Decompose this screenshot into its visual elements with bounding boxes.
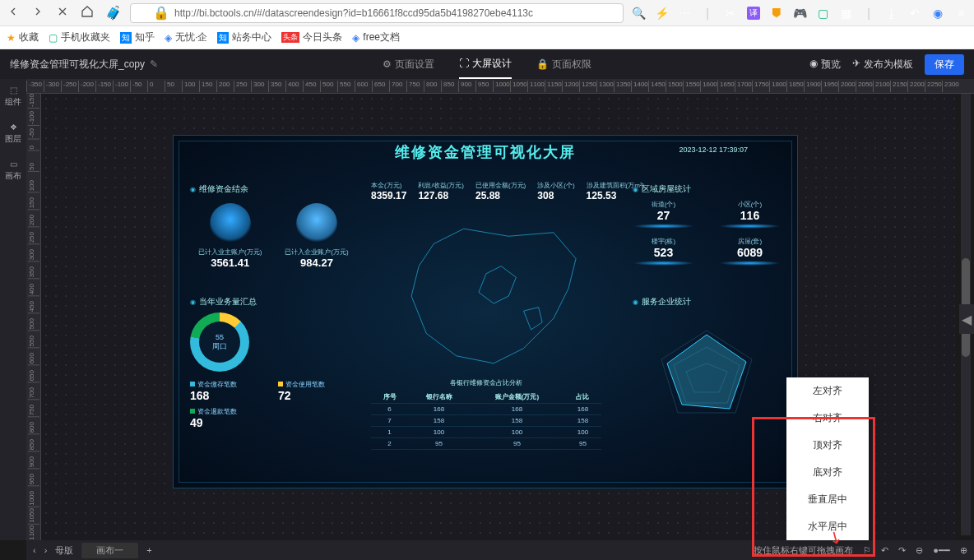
- grid-icon[interactable]: ▦: [839, 7, 852, 20]
- fund-owner: 已计入业主账户(万元) 3561.41: [198, 203, 262, 269]
- zoom-in-icon[interactable]: ⊕: [960, 545, 967, 556]
- search-icon[interactable]: 🔍: [632, 7, 645, 20]
- biz-stat: 资金缴存笔数168: [190, 380, 267, 402]
- section-heading: 服务企业统计: [633, 296, 781, 308]
- bookmark-zhihu[interactable]: 知知乎: [120, 30, 155, 44]
- browser-toolbar: 🧳 ⊕ 🔒 🔍 ⚡ ⋯ | ✂ 译 ⛊ 🎮 ▢ ▦ | ⭳ ↶ ◉ ≡: [0, 0, 974, 26]
- context-menu: 左对齐右对齐顶对齐底对齐垂直居中水平居中: [786, 377, 869, 540]
- edit-icon[interactable]: ✎: [150, 58, 158, 70]
- home-icon[interactable]: [81, 5, 94, 21]
- table-header: 银行名称: [408, 391, 470, 404]
- tool-canvas[interactable]: ▭画布: [5, 160, 21, 182]
- more-icon[interactable]: ⋯: [678, 7, 691, 20]
- context-menu-item[interactable]: 顶对齐: [786, 432, 869, 459]
- prev-icon[interactable]: ‹: [33, 545, 36, 555]
- table-header: 占比: [564, 391, 601, 404]
- flag-icon[interactable]: ⚐: [863, 545, 871, 556]
- zoom-slider[interactable]: ●━━: [933, 545, 950, 556]
- bookmark-wuyou[interactable]: ◈无忧·企: [165, 30, 207, 44]
- preview-button[interactable]: ◉预览: [809, 58, 841, 72]
- canvas-icon: ▭: [10, 160, 17, 169]
- canvas-tab[interactable]: 画布一: [81, 543, 138, 558]
- bookmark-fav[interactable]: ★收藏: [7, 30, 39, 44]
- app-title: 维修资金管理可视化大屏_copy ✎: [10, 58, 158, 72]
- add-tab-icon[interactable]: +: [146, 545, 151, 555]
- biz-stat: 资金退款笔数49: [190, 407, 267, 429]
- redo-icon[interactable]: ↷: [898, 545, 906, 556]
- save-button[interactable]: 保存: [925, 54, 964, 75]
- shield-icon: ⊕: [137, 5, 148, 21]
- next-icon[interactable]: ›: [44, 545, 48, 555]
- lock-icon: 🔒: [153, 5, 169, 21]
- flash-icon[interactable]: ⚡: [655, 7, 668, 20]
- table-row: 6168168168: [371, 404, 601, 415]
- tab-page-settings[interactable]: ⚙页面设置: [383, 50, 434, 79]
- ruler-vertical: -150-100-5005010015020025030035040045050…: [26, 94, 41, 540]
- ruler-horizontal: -350-300-250-200-150-100-500501001502002…: [26, 79, 974, 94]
- kpi-item: 本金(万元)8359.17: [371, 181, 406, 201]
- back-icon[interactable]: [7, 5, 20, 21]
- hint-text: 按住鼠标右键可拖拽画布: [754, 544, 853, 557]
- kpi-row: 本金(万元)8359.17利息/收益(万元)127.68已使用金额(万元)25.…: [371, 181, 644, 201]
- screen-icon: ⛶: [459, 58, 469, 69]
- table-header: 序号: [371, 391, 408, 404]
- download-icon[interactable]: ⭳: [885, 7, 898, 20]
- table-row: 7158158158: [371, 415, 601, 427]
- dashboard-screen[interactable]: 维修资金管理可视化大屏 2023-12-12 17:39:07 维修资金结余 已…: [173, 135, 798, 488]
- bookmark-mobile[interactable]: ▢手机收藏夹: [49, 30, 110, 44]
- bookmark-freedoc[interactable]: ◈free文档: [352, 30, 400, 44]
- scissors-icon[interactable]: ✂: [724, 7, 737, 20]
- menu-icon[interactable]: ≡: [954, 7, 967, 20]
- tool-components[interactable]: ⬚组件: [5, 86, 21, 108]
- sync-icon[interactable]: ◉: [931, 7, 944, 20]
- game-icon[interactable]: 🎮: [793, 7, 806, 20]
- region-item: 房屋(套)6089: [719, 237, 781, 266]
- context-menu-item[interactable]: 左对齐: [786, 377, 869, 405]
- tab-page-perm[interactable]: 🔒页面权限: [536, 50, 591, 79]
- undo-icon[interactable]: ↶: [881, 545, 888, 556]
- bookmark-toutiao[interactable]: 头条今日头条: [281, 30, 342, 44]
- region-item: 小区(个)116: [719, 200, 781, 229]
- donut-chart: 55 周口: [190, 312, 249, 372]
- table-row: 1100100100: [371, 427, 601, 438]
- context-menu-item[interactable]: 右对齐: [786, 405, 869, 432]
- tool-layers[interactable]: ❖图层: [5, 123, 21, 145]
- book-icon[interactable]: ▢: [816, 7, 829, 20]
- master-label[interactable]: 母版: [55, 544, 73, 557]
- table-row: 2959595: [371, 438, 601, 450]
- layers-icon: ❖: [10, 123, 17, 132]
- kpi-item: 已使用金额(万元)25.88: [475, 181, 526, 201]
- context-menu-item[interactable]: 垂直居中: [786, 486, 869, 513]
- section-heading: 当年业务量汇总: [190, 296, 355, 308]
- url-bar[interactable]: ⊕ 🔒: [130, 3, 624, 23]
- section-heading: 维修资金结余: [190, 183, 355, 195]
- zoom-out-icon[interactable]: ⊖: [916, 545, 923, 556]
- shield2-icon[interactable]: ⛊: [770, 7, 783, 20]
- fund-enterprise: 已计入企业账户(万元) 984.27: [285, 203, 348, 269]
- settings-icon: ⚙: [383, 58, 392, 70]
- url-input[interactable]: [174, 7, 616, 19]
- donut-value: 55: [216, 333, 224, 341]
- tab-screen-design[interactable]: ⛶大屏设计: [459, 50, 512, 79]
- section-heading: 区域房屋统计: [633, 183, 781, 195]
- briefcase-icon[interactable]: 🧳: [105, 5, 122, 21]
- bookmark-zhanwu[interactable]: 知站务中心: [217, 30, 271, 44]
- table-header: 账户金额(万元): [470, 391, 564, 404]
- bookmark-bar: ★收藏 ▢手机收藏夹 知知乎 ◈无忧·企 知站务中心 头条今日头条 ◈free文…: [0, 26, 974, 49]
- panel-biz-summary: 当年业务量汇总 55 周口 资金缴存笔数168资金使用笔数72资金退款笔数49: [190, 296, 355, 429]
- translate-icon[interactable]: 译: [747, 7, 760, 20]
- bank-table: 各银行维修资金占比分析 序号银行名称账户金额(万元)占比616816816871…: [371, 378, 601, 450]
- right-panel-toggle[interactable]: ◀: [959, 304, 974, 334]
- app-header: 维修资金管理可视化大屏_copy ✎ ⚙页面设置 ⛶大屏设计 🔒页面权限 ◉预览…: [0, 49, 974, 79]
- context-menu-item[interactable]: 底对齐: [786, 459, 869, 486]
- publish-button[interactable]: ✈发布为模板: [852, 58, 913, 72]
- region-item: 楼宇(栋)523: [633, 237, 694, 266]
- donut-label: 周口: [212, 341, 227, 352]
- close-icon[interactable]: [56, 5, 69, 21]
- panel-region-stats: 区域房屋统计 街道(个)27小区(个)116楼宇(栋)523房屋(套)6089: [633, 183, 781, 266]
- panel-service-enterprise: 服务企业统计: [633, 296, 781, 437]
- undo-icon[interactable]: ↶: [908, 7, 921, 20]
- forward-icon[interactable]: [31, 5, 44, 21]
- owner-icon: [210, 203, 251, 244]
- send-icon: ✈: [852, 58, 860, 72]
